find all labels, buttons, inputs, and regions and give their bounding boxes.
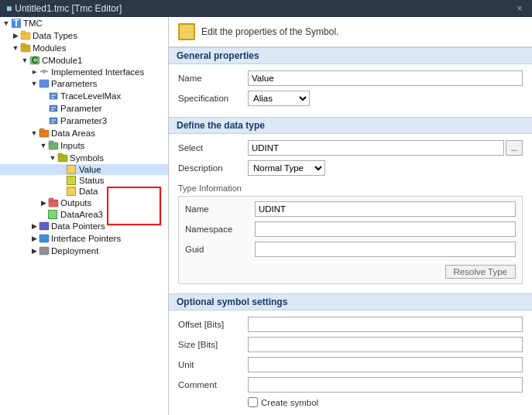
tree-item-symbols[interactable]: ▼ Symbols xyxy=(0,152,168,164)
svg-rect-5 xyxy=(21,43,26,46)
dataarea3-label: DataArea3 xyxy=(60,210,103,219)
tree-item-parameters[interactable]: ▼ Parameters xyxy=(0,77,168,90)
comment-row: Comment xyxy=(178,377,523,393)
tree-item-deployment[interactable]: ▶ Deployment xyxy=(0,245,168,257)
desc-select[interactable]: Normal Type Array Pointer Reference xyxy=(248,160,325,176)
tree-item-data[interactable]: Data xyxy=(0,186,168,197)
expand-icon: ▼ xyxy=(29,79,39,88)
offset-input[interactable] xyxy=(248,317,523,332)
tree-item-datatypes[interactable]: ▶ Data Types xyxy=(0,29,168,42)
comment-input[interactable] xyxy=(248,377,523,393)
svg-point-8 xyxy=(43,70,46,74)
expand-icon: ▶ xyxy=(29,67,39,77)
guid-input[interactable] xyxy=(255,242,516,257)
interfaces-icon xyxy=(39,68,50,76)
close-button[interactable]: × xyxy=(513,2,526,15)
svg-rect-3 xyxy=(21,31,26,34)
dataareas-icon xyxy=(39,128,50,139)
tree-item-status[interactable]: Status xyxy=(0,175,168,186)
status-icon xyxy=(67,176,76,185)
desc-label: Description xyxy=(178,163,248,173)
desc-select-row: Normal Type Array Pointer Reference xyxy=(248,160,325,176)
expand-icon: ▼ xyxy=(39,141,48,150)
type-info-section: Type Information Name Namespace Guid xyxy=(178,180,523,287)
title-bar-title: Untitled1.tmc [Tmc Editor] xyxy=(15,3,122,14)
symbols-label: Symbols xyxy=(70,153,104,163)
symbol-header: Edit the properties of the Symbol. xyxy=(169,17,532,47)
namespace-input[interactable] xyxy=(255,221,516,237)
name-input[interactable] xyxy=(248,70,523,86)
ifpointers-icon xyxy=(39,233,50,244)
param-item-icon2 xyxy=(48,103,59,114)
value-icon xyxy=(67,165,76,174)
resolve-type-button[interactable]: Resolve Type xyxy=(445,265,516,279)
spec-label: Specification xyxy=(178,94,248,103)
browse-button[interactable]: ... xyxy=(506,140,523,156)
spec-select[interactable]: Alias Value Reference xyxy=(248,91,310,106)
unit-label: Unit xyxy=(178,360,248,369)
select-row: Select ... xyxy=(178,140,523,156)
svg-rect-26 xyxy=(49,198,53,201)
desc-row: Description Normal Type Array Pointer Re… xyxy=(178,160,523,176)
tree-item-inputs[interactable]: ▼ Inputs xyxy=(0,139,168,152)
expand-icon: ▶ xyxy=(29,234,39,243)
tree-item-cmodule1[interactable]: ▼ C CModule1 xyxy=(0,54,168,67)
tree-item-dataarea3[interactable]: DataArea3 xyxy=(0,209,168,220)
tree-item-tmc[interactable]: ▼ T TMC xyxy=(0,17,168,29)
select-input[interactable] xyxy=(248,140,504,156)
param-item-icon xyxy=(48,91,59,101)
tree-item-parameter[interactable]: Parameter xyxy=(0,102,168,115)
name-row: Name xyxy=(178,70,523,86)
unit-row: Unit xyxy=(178,357,523,372)
svg-text:T: T xyxy=(13,18,19,29)
tree-item-ifpointers[interactable]: ▶ Interface Pointers xyxy=(0,232,168,245)
outputs-label: Outputs xyxy=(60,198,91,208)
title-bar: ■ Untitled1.tmc [Tmc Editor] × xyxy=(0,0,532,17)
svg-rect-16 xyxy=(50,118,57,124)
optional-properties: Offset [Bits] Size [Bits] Unit Comment C… xyxy=(169,310,532,415)
status-label: Status xyxy=(79,176,105,185)
tree-item-datapointers[interactable]: ▶ Data Pointers xyxy=(0,220,168,232)
spacer xyxy=(39,91,48,101)
cmodule1-label: CModule1 xyxy=(42,56,82,65)
tree-item-value[interactable]: Value xyxy=(0,164,168,175)
tree-item-dataareas[interactable]: ▼ Data Areas xyxy=(0,127,168,139)
dataareas-label: Data Areas xyxy=(51,129,95,138)
name-label: Name xyxy=(178,74,248,83)
deployment-icon xyxy=(39,245,50,256)
type-name-input[interactable] xyxy=(255,201,516,217)
tree-item-traceLevelMax[interactable]: TraceLevelMax xyxy=(0,90,168,102)
svg-text:C: C xyxy=(32,55,39,66)
deployment-label: Deployment xyxy=(51,246,98,256)
datatype-section-header: Define the data type xyxy=(169,117,532,134)
datatypes-icon xyxy=(20,30,31,41)
offset-row: Offset [Bits] xyxy=(178,317,523,332)
modules-icon xyxy=(20,43,31,53)
svg-rect-27 xyxy=(39,222,49,230)
comment-label: Comment xyxy=(178,380,248,389)
modules-label: Modules xyxy=(33,43,66,53)
inputs-label: Inputs xyxy=(60,141,84,150)
unit-input[interactable] xyxy=(248,357,523,372)
expand-icon: ▼ xyxy=(48,153,57,163)
create-symbol-label: Create symbol xyxy=(261,398,318,407)
size-input[interactable] xyxy=(248,337,523,352)
data-label: Data xyxy=(79,187,98,196)
parameter-label: Parameter xyxy=(60,104,102,113)
tree-item-interfaces[interactable]: ▶ Implemented Interfaces xyxy=(0,67,168,77)
type-info-label: Type Information xyxy=(178,183,523,193)
param-item-icon3 xyxy=(48,115,59,126)
tree-item-modules[interactable]: ▼ Modules xyxy=(0,42,168,54)
expand-icon: ▶ xyxy=(29,221,39,231)
create-symbol-checkbox[interactable] xyxy=(248,397,258,407)
ifpointers-label: Interface Pointers xyxy=(51,234,121,243)
expand-icon: ▶ xyxy=(29,246,39,256)
inputs-icon xyxy=(48,140,59,151)
tree-item-parameter3[interactable]: Parameter3 xyxy=(0,115,168,127)
datapointers-icon xyxy=(39,221,50,232)
tree-item-outputs[interactable]: ▶ Outputs xyxy=(0,197,168,209)
parameter3-label: Parameter3 xyxy=(60,116,107,125)
spec-row: Specification Alias Value Reference xyxy=(178,91,523,106)
general-properties: Name Specification Alias Value Reference xyxy=(169,64,532,117)
traceLevelMax-label: TraceLevelMax xyxy=(60,91,121,101)
